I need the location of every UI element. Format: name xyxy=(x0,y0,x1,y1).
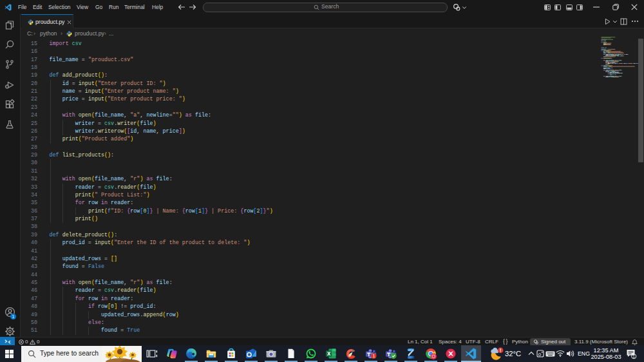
svg-text:1: 1 xyxy=(372,354,375,358)
svg-text:1: 1 xyxy=(632,354,635,359)
